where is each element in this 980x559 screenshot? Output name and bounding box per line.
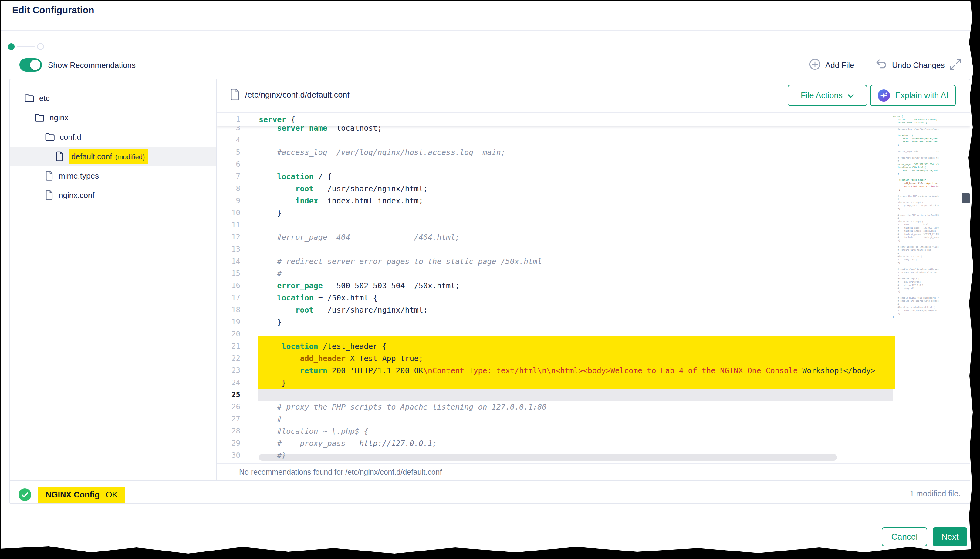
configuration-panel: etcnginxconf.ddefault.conf(modified)mime…: [9, 79, 970, 504]
minimap-line: #}: [893, 207, 939, 211]
minimap-line: #: [893, 198, 939, 201]
minimap-line: [893, 147, 939, 150]
line-content: server {: [259, 115, 295, 124]
minimap-line: listen 80 default_server;: [893, 118, 939, 122]
file-actions-button[interactable]: File Actions: [788, 85, 867, 106]
line-content: }: [259, 318, 282, 326]
file-actions-label: File Actions: [801, 91, 842, 100]
minimap-line: # root html;: [893, 223, 939, 227]
plus-circle-icon: [809, 58, 821, 73]
code-line-29: 29 # proxy_pass http://127.0.0.1;: [217, 437, 970, 449]
line-number: 13: [217, 245, 240, 253]
code-line-19: 19 }: [217, 316, 970, 328]
minimap-line: location /test_header {: [893, 179, 939, 182]
minimap-line: }: [893, 144, 939, 147]
line-number: 20: [217, 330, 240, 338]
wizard-stepper: [8, 43, 44, 50]
minimap-line: root /usr/share/nginx/html;: [893, 169, 939, 172]
undo-icon: [875, 58, 888, 73]
tree-item-label: mime.types: [58, 171, 99, 181]
line-number: 8: [217, 184, 240, 193]
file-path: /etc/nginx/conf.d/default.conf: [245, 90, 350, 100]
step-1-dot[interactable]: [8, 43, 15, 50]
minimap-line: [893, 175, 939, 179]
tree-item-mime.types[interactable]: mime.types: [10, 166, 216, 185]
code-line-4: 4: [217, 134, 970, 146]
line-content: root /usr/share/nginx/html;: [259, 306, 428, 314]
code-line-23: 23 return 200 'HTTP/1.1 200 OK\nContent-…: [217, 364, 970, 377]
code-line-8: 8 root /usr/share/nginx/html;: [217, 182, 970, 195]
step-2-dot[interactable]: [37, 43, 44, 50]
line-number: 7: [217, 172, 240, 181]
minimap-line: # root /usr/share/nginx/html;: [893, 309, 939, 313]
line-content: #: [259, 269, 282, 278]
expand-editor-button[interactable]: [949, 58, 962, 73]
file-icon: [56, 151, 64, 162]
code-editor[interactable]: 3 server_name localhost;45 #access_log /…: [217, 113, 970, 463]
minimap-line: #: [893, 303, 939, 306]
code-line-1: 1server {: [217, 113, 970, 126]
line-content: }: [259, 378, 286, 387]
nginx-config-ok: OK: [106, 490, 118, 499]
show-recommendations-toggle[interactable]: [20, 58, 42, 71]
minimap[interactable]: server { listen 80 default_server; serve…: [893, 115, 939, 324]
minimap-line: location = /50x.html {: [893, 166, 939, 169]
vertical-scrollbar-thumb[interactable]: [962, 193, 970, 203]
minimap-line: #location /api/ {: [893, 277, 939, 281]
line-number: 25: [217, 390, 240, 399]
line-content: #access_log /var/log/nginx/host.access.l…: [259, 148, 506, 157]
line-number: 30: [217, 451, 240, 460]
line-content: return 200 'HTTP/1.1 200 OK\nContent-Typ…: [259, 366, 876, 375]
code-line-16: 16 error_page 500 502 503 504 /50x.html;: [217, 280, 970, 292]
folder-icon: [45, 133, 55, 141]
minimap-line: #access_log /var/log/nginx/host.access.l…: [893, 127, 939, 131]
screenshot-edge: [0, 0, 1, 559]
line-number: 22: [217, 354, 240, 362]
tree-item-nginx.conf[interactable]: nginx.conf: [10, 185, 216, 205]
add-file-label: Add File: [825, 61, 854, 70]
minimap-line: #location = /dashboard.html {: [893, 306, 939, 309]
minimap-line: error_page 500 502 503 504 /50x.html;: [893, 163, 939, 166]
line-number: 26: [217, 403, 240, 411]
minimap-line: # concurs with nginx's one: [893, 248, 939, 252]
next-button[interactable]: Next: [933, 528, 967, 546]
tree-item-conf.d[interactable]: conf.d: [10, 127, 216, 147]
explain-with-ai-button[interactable]: Explain with AI: [870, 85, 956, 106]
tree-item-nginx[interactable]: nginx: [10, 108, 216, 127]
code-line-26: 26 # proxy the PHP scripts to Apache lis…: [217, 401, 970, 413]
minimap-line: location / {: [893, 134, 939, 137]
code-line-11: 11: [217, 219, 970, 231]
line-content: # redirect server error pages to the sta…: [259, 257, 542, 266]
line-number: 12: [217, 233, 240, 241]
line-number: 15: [217, 269, 240, 278]
line-number: 9: [217, 197, 240, 205]
minimap-line: server {: [893, 115, 939, 118]
minimap-line: [893, 293, 939, 296]
line-number: 1: [217, 115, 240, 124]
line-number: 18: [217, 306, 240, 314]
toggle-knob: [30, 60, 40, 70]
code-line-27: 27 #: [217, 413, 970, 425]
line-content: #location ~ \.php$ {: [259, 427, 368, 436]
minimap-line: # deny all;: [893, 258, 939, 261]
code-line-15: 15 #: [217, 267, 970, 280]
line-number: 17: [217, 293, 240, 302]
tree-item-default.conf[interactable]: default.conf(modified): [10, 147, 216, 166]
minimap-line: [893, 191, 939, 195]
add-file-button[interactable]: Add File: [809, 58, 854, 73]
undo-changes-button[interactable]: Undo Changes: [875, 58, 945, 73]
line-content: }: [259, 208, 282, 217]
check-circle-icon: [18, 488, 32, 503]
tree-item-etc[interactable]: etc: [10, 89, 216, 108]
code-line-24: 24 }: [217, 377, 970, 389]
minimap-line: index index.html index.htm;: [893, 141, 939, 144]
code-line-9: 9 index index.html index.htm;: [217, 195, 970, 207]
line-content: add_header X-Test-App true;: [259, 354, 423, 363]
line-content: # proxy the PHP scripts to Apache listen…: [259, 403, 546, 411]
line-number: 27: [217, 415, 240, 423]
cancel-button[interactable]: Cancel: [882, 528, 927, 546]
code-line-14: 14 # redirect server error pages to the …: [217, 255, 970, 267]
line-number: 14: [217, 257, 240, 266]
minimap-line: return 200 'HTTP/1.1 200 OK\nContent-Typ…: [893, 185, 939, 188]
line-number: 5: [217, 148, 240, 156]
